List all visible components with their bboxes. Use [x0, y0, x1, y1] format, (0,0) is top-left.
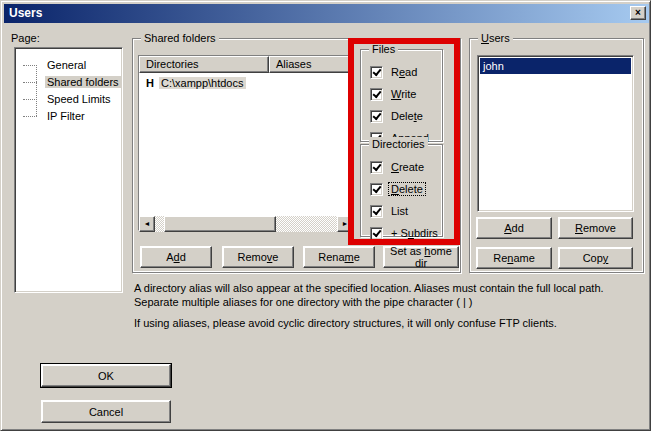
scrollbar-thumb[interactable]: [164, 216, 276, 232]
shared-folders-group-label: Shared folders: [141, 31, 219, 45]
cancel-button[interactable]: Cancel: [41, 400, 171, 423]
button-label: Remove: [575, 222, 616, 234]
button-label: Rename: [493, 252, 535, 264]
list-item-user[interactable]: john: [480, 58, 631, 74]
home-flag: H: [146, 77, 154, 89]
directories-group-label: Directories: [369, 137, 428, 151]
scroll-left-icon[interactable]: ◄: [139, 216, 155, 232]
tree-item-general[interactable]: General: [15, 57, 122, 74]
button-label: OK: [98, 370, 114, 382]
remove-user-button[interactable]: Remove: [558, 217, 633, 239]
button-label: Rename: [318, 251, 360, 263]
alias-help-paragraph-2: If using aliases, please avoid cyclic di…: [134, 316, 639, 330]
directories-permissions-group: Directories Create Delete List + Subdirs: [360, 144, 443, 237]
users-dialog: Users × Page: General Shared folders Spe…: [0, 0, 651, 431]
button-label: Add: [166, 251, 186, 263]
tree-item-shared-folders[interactable]: Shared folders: [15, 74, 122, 91]
close-icon[interactable]: ×: [630, 6, 646, 20]
checkbox-row-read[interactable]: Read: [361, 61, 442, 83]
checkbox-row-delete-file[interactable]: Delete: [361, 105, 442, 127]
directory-path: C:\xampp\htdocs: [159, 77, 246, 89]
page-tree: General Shared folders Speed Limits IP F…: [14, 47, 123, 293]
add-user-button[interactable]: Add: [476, 217, 552, 239]
ok-button[interactable]: OK: [41, 364, 171, 387]
users-group: Users john Add Remove Rename Copy: [469, 38, 644, 273]
checkbox-row-subdirs[interactable]: + Subdirs: [361, 222, 442, 244]
checkbox-label: + Subdirs: [389, 227, 440, 239]
checkbox-label: Read: [389, 66, 419, 78]
scroll-right-icon[interactable]: ►: [337, 216, 353, 232]
checkbox-label: List: [389, 205, 410, 217]
horizontal-scrollbar[interactable]: ◄ ►: [139, 216, 353, 232]
button-label: Remove: [238, 251, 279, 263]
copy-user-button[interactable]: Copy: [558, 247, 633, 269]
page-label: Page:: [11, 32, 40, 44]
button-label: Copy: [583, 252, 609, 264]
column-header-directories[interactable]: Directories: [139, 56, 269, 73]
files-group-label: Files: [369, 42, 398, 56]
rename-directory-button[interactable]: Rename: [303, 246, 375, 268]
subdirs-checkbox[interactable]: [370, 227, 383, 240]
listview-body: HC:\xampp\htdocs: [139, 73, 353, 216]
table-row[interactable]: HC:\xampp\htdocs: [139, 75, 353, 91]
delete-dir-checkbox[interactable]: [370, 183, 383, 196]
create-checkbox[interactable]: [370, 161, 383, 174]
tree-item-ip-filter[interactable]: IP Filter: [15, 108, 122, 125]
tree-item-label: General: [45, 59, 88, 71]
users-listbox[interactable]: john: [477, 55, 634, 212]
rename-user-button[interactable]: Rename: [476, 247, 552, 269]
checkbox-label: Delete: [389, 110, 425, 122]
alias-help-paragraph-1: A directory alias will also appear at th…: [134, 281, 639, 309]
button-label: Cancel: [89, 406, 123, 418]
list-checkbox[interactable]: [370, 205, 383, 218]
column-header-aliases[interactable]: Aliases: [269, 56, 353, 73]
tree-item-speed-limits[interactable]: Speed Limits: [15, 91, 122, 108]
checkbox-label: Create: [389, 161, 426, 173]
checkbox-label: Delete: [389, 183, 425, 195]
alias-help-text: A directory alias will also appear at th…: [134, 281, 639, 330]
tree-item-label: IP Filter: [45, 110, 87, 122]
set-as-home-dir-button[interactable]: Set as home dir: [383, 246, 459, 268]
files-permissions-group: Files Read Write Delete Append: [360, 49, 443, 142]
checkbox-row-write[interactable]: Write: [361, 83, 442, 105]
add-directory-button[interactable]: Add: [140, 246, 212, 268]
remove-directory-button[interactable]: Remove: [222, 246, 294, 268]
directories-listview[interactable]: Directories Aliases HC:\xampp\htdocs ◄ ►: [138, 55, 354, 231]
window-title: Users: [9, 6, 42, 20]
delete-file-checkbox[interactable]: [370, 110, 383, 123]
listview-header: Directories Aliases: [139, 56, 353, 73]
checkbox-row-create[interactable]: Create: [361, 156, 442, 178]
button-label: Add: [504, 222, 524, 234]
title-bar[interactable]: Users ×: [4, 4, 649, 23]
tree-item-label: Speed Limits: [45, 93, 113, 105]
read-checkbox[interactable]: [370, 66, 383, 79]
checkbox-row-delete-dir[interactable]: Delete: [361, 178, 442, 200]
checkbox-row-list[interactable]: List: [361, 200, 442, 222]
tree-item-label: Shared folders: [45, 76, 121, 88]
users-group-label: Users: [478, 31, 513, 45]
checkbox-label: Write: [389, 88, 418, 100]
button-label: Set as home dir: [384, 245, 458, 269]
user-name: john: [483, 60, 504, 72]
write-checkbox[interactable]: [370, 88, 383, 101]
